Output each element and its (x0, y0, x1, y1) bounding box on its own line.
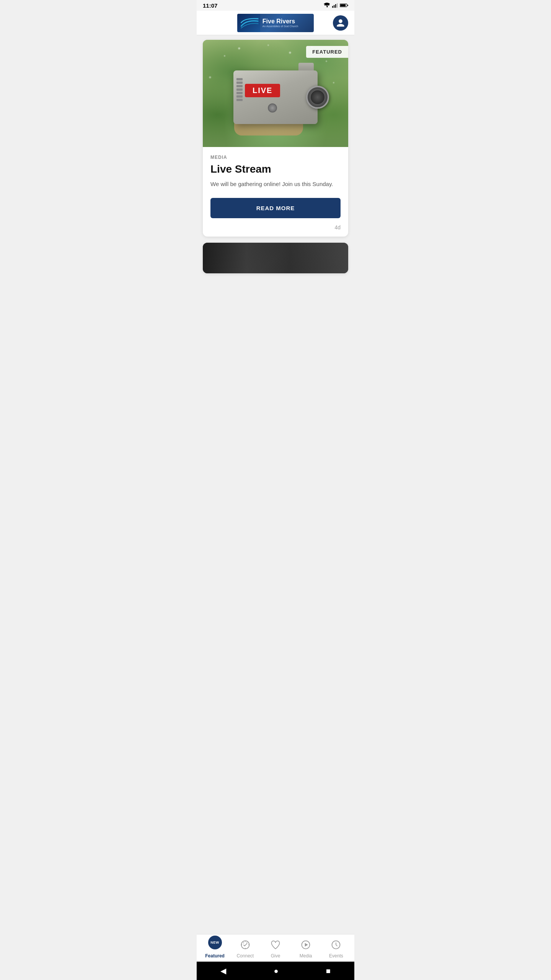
battery-icon (340, 3, 348, 8)
svg-rect-5 (340, 4, 346, 7)
camera-body: LIVE (233, 70, 318, 124)
card-content: MEDIA Live Stream We will be gathering o… (203, 147, 348, 237)
strip-3 (236, 85, 243, 87)
status-bar: 11:07 (197, 0, 354, 11)
app-logo[interactable]: Five Rivers An Assemblies of God Church (237, 14, 314, 32)
status-time: 11:07 (203, 2, 217, 9)
wifi-icon (324, 3, 331, 8)
main-content: LIVE FEATURED MEDIA Live Stream We will … (197, 35, 354, 327)
svg-rect-0 (332, 6, 333, 8)
card-image: LIVE FEATURED (203, 40, 348, 147)
strip-6 (236, 95, 243, 98)
second-card-preview[interactable] (203, 243, 348, 273)
user-avatar[interactable] (333, 15, 348, 31)
header: Five Rivers An Assemblies of God Church (197, 11, 354, 35)
person-icon (336, 18, 345, 28)
svg-rect-6 (347, 5, 348, 6)
featured-badge: FEATURED (306, 46, 348, 58)
logo-title: Five Rivers (262, 18, 298, 25)
signal-icon (332, 3, 338, 8)
strip-5 (236, 92, 243, 94)
status-icons (324, 3, 348, 8)
svg-rect-3 (337, 3, 337, 8)
card-timestamp: 4d (210, 224, 341, 230)
strip-1 (236, 78, 243, 80)
svg-rect-2 (335, 4, 336, 8)
featured-card[interactable]: LIVE FEATURED MEDIA Live Stream We will … (203, 40, 348, 237)
camera-knob (268, 103, 277, 113)
second-card-image (203, 243, 348, 273)
card-category: MEDIA (210, 155, 341, 160)
strip-7 (236, 99, 243, 101)
card-title: Live Stream (210, 163, 341, 175)
strip-2 (236, 82, 243, 84)
logo-graphic (239, 15, 260, 31)
card-description: We will be gathering online! Join us thi… (210, 180, 341, 189)
read-more-button[interactable]: READ MORE (210, 198, 341, 218)
camera-strips (236, 78, 243, 109)
strip-4 (236, 88, 243, 91)
logo-subtitle: An Assemblies of God Church (262, 25, 298, 28)
camera-top (298, 63, 314, 70)
svg-rect-1 (334, 5, 334, 8)
camera-lens (306, 86, 329, 109)
live-badge: LIVE (245, 84, 280, 97)
